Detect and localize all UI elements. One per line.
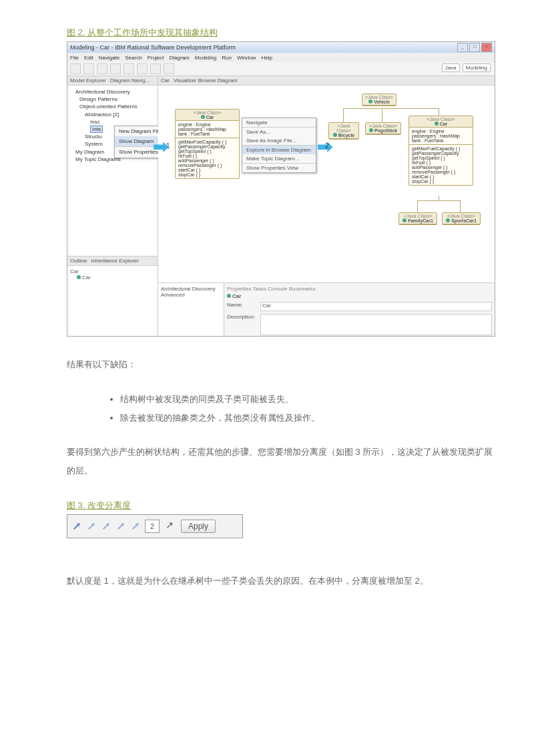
- arrow-tool-icon[interactable]: [86, 521, 97, 532]
- class-icon: [227, 294, 231, 298]
- arrow-tool-icon[interactable]: [115, 521, 126, 532]
- maximize-button[interactable]: □: [469, 43, 480, 52]
- menu-diagram[interactable]: Diagram: [170, 55, 190, 61]
- ctx-make-topic[interactable]: Make Topic Diagram...: [242, 154, 316, 163]
- separation-toolbar: 2 Apply: [67, 514, 243, 538]
- menu-navigate[interactable]: Navigate: [99, 55, 120, 61]
- arrow-tool-icon[interactable]: [71, 521, 82, 532]
- defect-list: 结构树中被发现类的同类及子类可能被丢失。 除去被发现的抽象类之外，其他类没有属性…: [93, 393, 494, 424]
- outline-panel: Outline Inheritance Explorer Car Car: [67, 256, 158, 337]
- uml-bicycle[interactable]: «Java Class»Bicycle: [328, 122, 359, 140]
- ctx-navigate[interactable]: Navigate: [242, 118, 316, 127]
- properties-panel: Architectural Discovery Advanced Propert…: [158, 282, 495, 337]
- toolbar-button[interactable]: [137, 63, 148, 74]
- perspective-modeling[interactable]: Modeling: [463, 63, 491, 72]
- window-controls: _ □ ×: [457, 43, 492, 52]
- ctx-explore-browse[interactable]: Explore in Browse Diagram: [242, 145, 316, 154]
- toolbar-button[interactable]: [70, 63, 81, 74]
- desc-label: Description:: [227, 314, 260, 320]
- toolbar-button[interactable]: [110, 63, 121, 74]
- perspective-java[interactable]: Java: [442, 63, 460, 72]
- toolbar-button[interactable]: [150, 63, 161, 74]
- ctx-save-image[interactable]: Save As Image File...: [242, 136, 316, 145]
- name-label: Name:: [227, 302, 260, 308]
- perspective-switcher: Java Modeling: [442, 63, 491, 72]
- tab-model-explorer[interactable]: Model Explorer: [70, 77, 106, 83]
- paragraph-defects: 结果有以下缺陷：: [67, 355, 494, 375]
- class-icon: [446, 218, 450, 222]
- editor-tabs: Car Visualizer Browse Diagram: [158, 76, 495, 85]
- prop-tab-advanced[interactable]: Advanced: [161, 292, 221, 298]
- tree-item[interactable]: Design Patterns: [70, 96, 155, 103]
- list-item: 结构树中被发现类的同类及子类可能被丢失。: [120, 393, 494, 405]
- explorer-tabs: Model Explorer Diagram Navig...: [67, 76, 158, 85]
- separation-value-input[interactable]: 2: [145, 520, 160, 533]
- toolbar-button[interactable]: [123, 63, 134, 74]
- menu-search[interactable]: Search: [125, 55, 142, 61]
- class-icon: [369, 128, 373, 132]
- tab-inheritance[interactable]: Inheritance Explorer: [91, 258, 139, 264]
- name-input[interactable]: Car: [260, 302, 492, 311]
- arrow-tool-icon[interactable]: [101, 521, 111, 532]
- tab-visualizer[interactable]: Visualizer Browse Diagram: [174, 77, 238, 83]
- close-button[interactable]: ×: [481, 43, 492, 52]
- toolbar-button[interactable]: [83, 63, 94, 74]
- tree-item[interactable]: Insc: [70, 118, 155, 126]
- menu-help[interactable]: Help: [261, 55, 272, 61]
- class-context-menu: Navigate Save As... Save As Image File..…: [242, 118, 316, 173]
- arrow-1-icon: ➡: [153, 136, 168, 158]
- class-icon: [201, 115, 205, 119]
- ctx-save-as[interactable]: Save As...: [242, 127, 316, 136]
- tab-car[interactable]: Car: [161, 77, 170, 83]
- apply-button[interactable]: Apply: [181, 520, 216, 533]
- tree-root[interactable]: Architectural Discovery: [70, 88, 155, 96]
- paragraph-step6: 要得到第六步产生的树状结构，还需其他的步骤。您需要增加分离度（如图 3 所示），…: [67, 443, 494, 481]
- prop-title: Car: [227, 293, 492, 299]
- ide-screenshot: Modeling - Car - IBM Rational Software D…: [67, 41, 495, 337]
- window-title: Modeling - Car - IBM Rational Software D…: [70, 44, 236, 51]
- uml-car-right[interactable]: «Java Class»Car engine : Engine passenge…: [409, 116, 473, 186]
- tab-outline[interactable]: Outline: [70, 258, 87, 264]
- paragraph-default: 默认度是 1，这就是为什么在继承树中一些子类会丢失的原因。在本例中，分离度被增加…: [67, 572, 494, 591]
- window-titlebar: Modeling - Car - IBM Rational Software D…: [67, 42, 495, 53]
- class-icon: [435, 122, 439, 126]
- figure2-caption: 图 2. 从整个工作场所中发现其抽象结构: [67, 27, 494, 39]
- outline-root[interactable]: Car: [70, 268, 155, 274]
- tree-item[interactable]: Object-oriented Patterns: [70, 103, 155, 110]
- tree-item[interactable]: Abstraction [2]: [70, 111, 155, 118]
- step-2-label: 2: [325, 142, 329, 150]
- desc-textarea[interactable]: [260, 314, 492, 335]
- uml-family[interactable]: «Java Class»FamilyCar1: [398, 212, 437, 225]
- project-tree: Architectural Discovery Design Patterns …: [67, 85, 158, 256]
- uml-sports[interactable]: «Java Class»SportsCar1: [442, 212, 481, 225]
- diagram-editor[interactable]: «Java Class»Car engine : Engine passenge…: [158, 85, 495, 282]
- class-icon: [77, 275, 81, 279]
- menu-window[interactable]: Window: [237, 55, 256, 61]
- uml-pogo[interactable]: «Java Class»PogoStick: [365, 122, 401, 135]
- prop-tab-arch[interactable]: Architectural Discovery: [161, 286, 221, 292]
- menu-project[interactable]: Project: [148, 55, 164, 61]
- toolbar-button[interactable]: [164, 63, 174, 74]
- list-item: 除去被发现的抽象类之外，其他类没有属性及操作。: [120, 412, 494, 424]
- uml-vehicle[interactable]: «Java Class»Vehicle: [362, 93, 396, 106]
- tab-diagram-nav[interactable]: Diagram Navig...: [110, 77, 150, 83]
- minimize-button[interactable]: _: [457, 43, 468, 52]
- class-icon: [368, 100, 372, 104]
- class-icon: [403, 218, 407, 222]
- uml-class-car[interactable]: «Java Class»Car engine : Engine passenge…: [175, 109, 240, 179]
- menu-modeling[interactable]: Modeling: [195, 55, 216, 61]
- spinner-cursor-icon[interactable]: [164, 520, 177, 533]
- menu-run[interactable]: Run: [222, 55, 232, 61]
- class-icon: [333, 133, 337, 137]
- outline-child[interactable]: Car: [70, 274, 155, 280]
- arrow-tool-icon[interactable]: [130, 521, 141, 532]
- figure3-caption: 图 3. 改变分离度: [67, 500, 494, 512]
- toolbar-button[interactable]: [97, 63, 107, 74]
- menu-file[interactable]: File: [70, 55, 79, 61]
- ctx-show-props[interactable]: Show Properties View: [242, 163, 316, 172]
- menu-edit[interactable]: Edit: [84, 55, 93, 61]
- main-toolbar: [67, 62, 495, 76]
- left-panel: Model Explorer Diagram Navig... Architec…: [67, 76, 158, 337]
- bottom-tabs: Properties Tasks Console Bookmarks: [227, 286, 492, 292]
- menubar: File Edit Navigate Search Project Diagra…: [67, 53, 495, 62]
